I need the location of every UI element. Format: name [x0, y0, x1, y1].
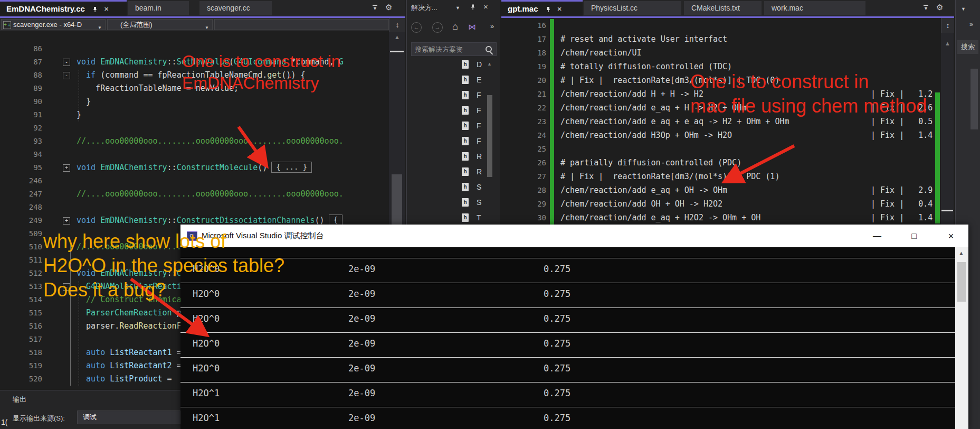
close-icon[interactable]: × — [557, 2, 562, 16]
split-editor-handle[interactable]: ↕ — [389, 18, 405, 32]
code-line[interactable]: 16 — [501, 19, 935, 32]
tab-scavenger-cc[interactable]: scavenger.cc — [199, 1, 272, 15]
tab-emdnachemistry[interactable]: EmDNAChemistry.cc × — [0, 0, 127, 16]
output-source-dropdown[interactable]: 调试 — [77, 411, 180, 424]
fold-marker-icon[interactable]: + — [63, 217, 70, 225]
line-number: 92 — [0, 122, 42, 135]
member-selector[interactable] — [214, 19, 389, 30]
scroll-up-icon[interactable]: ▲ — [945, 40, 950, 46]
overflow-icon[interactable]: » — [490, 22, 494, 30]
value-cell: 0.275 — [544, 338, 570, 349]
sync-active-document-icon[interactable]: ⋈ — [468, 22, 476, 32]
tab-physicslist-cc[interactable]: PhysicsList.cc — [584, 1, 681, 15]
header-file-icon: h — [462, 76, 469, 84]
collapsed-region[interactable]: { — [329, 215, 342, 226]
open-files-dropdown-icon[interactable]: ▼ — [373, 5, 377, 11]
tab-work-mac[interactable]: work.mac — [764, 1, 865, 15]
tab-gpt-mac[interactable]: gpt.mac × — [501, 0, 583, 16]
code-line[interactable]: 26# partially diffusion-controlled (PDC) — [501, 156, 935, 170]
scroll-up-icon[interactable]: ▲ — [394, 34, 400, 40]
reaction-rate-columns: | Fix | 2.9 — [871, 184, 935, 197]
explorer-file-item[interactable]: hR — [406, 166, 486, 179]
chevron-down-icon[interactable]: ▼ — [961, 6, 966, 12]
close-icon[interactable]: × — [483, 2, 488, 11]
tab-cmakelists-txt[interactable]: CMakeLists.txt — [684, 1, 762, 15]
code-line[interactable]: 29/chem/reaction/add OH + OH -> H2O2| Fi… — [501, 198, 935, 211]
scroll-up-icon[interactable]: ▲ — [487, 61, 492, 67]
scrollbar-thumb[interactable] — [487, 95, 492, 177]
explorer-file-item[interactable]: hE — [406, 74, 486, 87]
explorer-file-item[interactable]: hF — [406, 120, 486, 133]
close-button[interactable]: × — [940, 229, 962, 244]
code-text: /chem/reaction/UI — [560, 46, 642, 60]
tab-label: gpt.mac — [508, 4, 538, 13]
fold-marker-icon[interactable]: + — [63, 164, 70, 172]
explorer-file-item[interactable]: hS — [406, 182, 486, 194]
maximize-button[interactable]: □ — [903, 229, 925, 244]
fold-marker-icon[interactable]: - — [63, 72, 70, 79]
search-panel-label[interactable]: 搜索 — [957, 40, 978, 54]
explorer-file-item[interactable]: hD — [406, 59, 486, 72]
left-navigation-bar: scavenger.exe - x64-D ▼ (全局范围) ▼ — [0, 18, 389, 31]
value-cell: 0.275 — [544, 313, 570, 324]
code-line[interactable]: 246 — [0, 174, 389, 188]
line-number: 19 — [501, 60, 546, 73]
close-icon[interactable]: × — [104, 2, 109, 16]
tab-beam-in[interactable]: beam.in — [128, 1, 189, 15]
gear-icon[interactable]: ⚙ — [936, 3, 943, 12]
scrollbar-thumb[interactable] — [971, 69, 978, 129]
split-editor-handle[interactable]: ↕ — [941, 18, 954, 33]
species-cell: H2O^0 — [193, 338, 220, 349]
fold-marker-icon[interactable]: - — [63, 59, 70, 66]
scroll-up-icon[interactable]: ▲ — [958, 250, 964, 256]
minimize-button[interactable]: — — [867, 229, 888, 244]
explorer-file-item[interactable]: hR — [406, 151, 486, 164]
code-line[interactable]: 91} — [0, 108, 389, 122]
line-number: 21 — [501, 88, 546, 101]
explorer-file-item[interactable]: hF — [406, 90, 486, 102]
chevron-down-icon[interactable]: ▼ — [455, 5, 460, 11]
code-line[interactable]: 247//....ooo00000ooo........ooo00000ooo.… — [0, 188, 389, 201]
code-line[interactable]: 248 — [0, 201, 389, 214]
code-token: //....ooo00000ooo........ooo00000ooo....… — [77, 136, 344, 146]
collapsed-region[interactable]: { ... } — [271, 162, 312, 173]
pin-icon[interactable] — [92, 3, 98, 16]
code-line[interactable]: 30/chem/reaction/add e_aq + H2O2 -> OHm … — [501, 211, 935, 225]
home-icon[interactable]: ⌂ — [452, 21, 458, 32]
explorer-file-item[interactable]: hS — [406, 197, 486, 210]
code-line[interactable]: 90 } — [0, 95, 389, 108]
open-files-dropdown-icon[interactable]: ▼ — [924, 5, 928, 11]
code-line[interactable]: 28/chem/reaction/add e_aq + OH -> OHm| F… — [501, 184, 935, 197]
code-line[interactable]: 25 — [501, 143, 935, 156]
output-panel: 输出 显示输出来源(S): 调试 1( — [0, 390, 180, 429]
console-title-bar[interactable]: Microsoft Visual Studio 调试控制台 — □ × — [180, 225, 968, 247]
solution-search-input[interactable]: 搜索解决方案资 — [411, 42, 497, 56]
code-line[interactable]: 94 — [0, 148, 389, 161]
explorer-file-item[interactable]: hF — [406, 105, 486, 118]
scrollbar-thumb[interactable] — [957, 262, 966, 302]
pin-icon[interactable] — [470, 4, 475, 12]
pin-icon[interactable] — [546, 3, 551, 16]
code-line[interactable]: 95+void EmDNAChemistry::ConstructMolecul… — [0, 161, 389, 174]
code-text: void EmDNAChemistry::ConstructMolecule()… — [77, 161, 312, 174]
scope-selector[interactable]: (全局范围) ▼ — [107, 19, 213, 30]
species-cell: H2O^0 — [193, 363, 220, 374]
explorer-file-item[interactable]: hF — [406, 136, 486, 148]
code-line[interactable]: 18/chem/reaction/UI — [501, 46, 935, 60]
code-text: } — [77, 95, 91, 108]
code-line[interactable]: 27# | Fix | reactionRate[dm3/(mol*s)] | … — [501, 170, 935, 183]
code-line[interactable]: 17# reset and activate User interfact — [501, 33, 935, 46]
code-token: ListReactant1 — [110, 348, 172, 357]
line-number: 28 — [501, 184, 546, 197]
explorer-file-item[interactable]: hT — [406, 212, 486, 225]
code-line[interactable]: 92 — [0, 122, 389, 135]
code-line[interactable]: 24/chem/reaction/add H3Op + OHm -> H2O| … — [501, 129, 935, 142]
overflow-icon[interactable]: » — [969, 20, 973, 28]
project-selector[interactable]: scavenger.exe - x64-D ▼ — [1, 19, 106, 30]
back-icon[interactable]: ← — [411, 22, 422, 33]
line-number: 27 — [501, 170, 546, 183]
console-scrollbar[interactable]: ▲ — [955, 247, 968, 429]
gear-icon[interactable]: ⚙ — [385, 3, 392, 12]
code-line[interactable]: 93//....ooo00000ooo........ooo00000ooo..… — [0, 135, 389, 148]
forward-icon[interactable]: → — [432, 22, 443, 33]
